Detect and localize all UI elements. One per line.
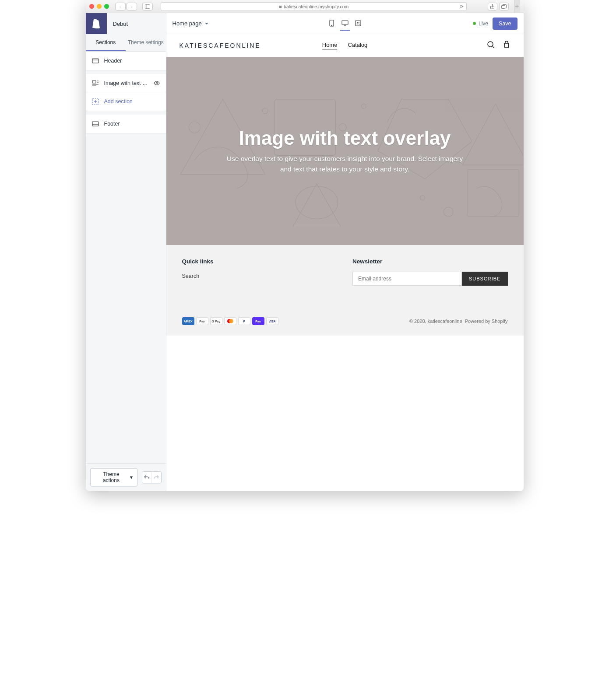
subscribe-button[interactable]: SUBSCRIBE <box>462 272 508 286</box>
svg-rect-19 <box>342 21 348 24</box>
theme-actions-label: Theme actions <box>95 471 128 483</box>
url-bar[interactable]: katiescafeonline.myshopify.com ⟳ <box>161 2 467 11</box>
close-window-icon[interactable] <box>89 4 94 9</box>
back-button[interactable]: ‹ <box>115 3 126 10</box>
redo-button[interactable] <box>151 472 161 483</box>
powered-by-link[interactable]: Powered by Shopify <box>465 318 508 324</box>
nav-catalog[interactable]: Catalog <box>348 42 367 49</box>
card-apple-pay-icon: Pay <box>196 317 208 325</box>
shopify-logo-icon[interactable] <box>86 13 107 34</box>
search-icon[interactable] <box>487 41 495 50</box>
hero-subtitle: Use overlay text to give your customers … <box>222 154 468 175</box>
nav-home[interactable]: Home <box>322 42 338 49</box>
undo-button[interactable] <box>142 472 151 483</box>
store-name[interactable]: KATIESCAFEONLINE <box>180 42 261 49</box>
reload-icon[interactable]: ⟳ <box>460 4 464 9</box>
store-nav: Home Catalog <box>322 42 368 49</box>
svg-point-11 <box>156 82 158 84</box>
card-mastercard-icon <box>224 317 236 325</box>
svg-point-36 <box>296 186 338 219</box>
sidebar-tabs: Sections Theme settings <box>86 34 166 52</box>
minimize-window-icon[interactable] <box>97 4 102 9</box>
svg-marker-37 <box>293 184 340 226</box>
section-footer-label: Footer <box>104 121 160 127</box>
svg-line-24 <box>493 46 494 48</box>
section-image-with-text[interactable]: Image with text ov... <box>86 74 166 92</box>
sidebar-toggle-icon[interactable] <box>142 3 153 10</box>
svg-point-35 <box>420 196 425 200</box>
svg-rect-15 <box>92 122 99 126</box>
editor-main: Home page Live Save KATIESCAFEONLINE <box>166 13 524 491</box>
section-footer[interactable]: Footer <box>86 115 166 133</box>
theme-actions-button[interactable]: Theme actions ▾ <box>90 468 138 486</box>
svg-point-18 <box>331 25 332 25</box>
svg-point-33 <box>361 104 366 108</box>
fullscreen-view-button[interactable] <box>353 17 363 31</box>
add-icon <box>92 98 99 105</box>
header-icon <box>92 57 99 64</box>
section-header[interactable]: Header <box>86 52 166 70</box>
quick-links-column: Quick links Search <box>182 258 214 286</box>
store-header: KATIESCAFEONLINE Home Catalog <box>166 34 524 57</box>
svg-rect-22 <box>356 21 361 26</box>
brand-bar: Debut <box>86 13 166 34</box>
url-text: katiescafeonline.myshopify.com <box>284 4 349 9</box>
chevron-down-icon <box>204 21 209 26</box>
save-button[interactable]: Save <box>493 18 517 30</box>
section-image-with-text-label: Image with text ov... <box>104 80 148 86</box>
hero-placeholder-art <box>166 57 524 245</box>
eye-icon[interactable] <box>154 80 160 86</box>
card-visa-icon: VISA <box>266 317 278 325</box>
hero-section: Image with text overlay Use overlay text… <box>166 57 524 245</box>
browser-toolbar: ‹ › katiescafeonline.myshopify.com ⟳ + <box>86 0 524 13</box>
payment-cards: AMEX Pay G Pay P Pay VISA <box>182 317 278 325</box>
editor-sidebar: Debut Sections Theme settings Header Ima… <box>86 13 166 491</box>
page-selector[interactable]: Home page <box>172 20 209 27</box>
live-status: Live <box>473 21 488 27</box>
email-field[interactable] <box>352 272 462 286</box>
newsletter-column: Newsletter SUBSCRIBE <box>352 258 508 286</box>
tab-theme-settings[interactable]: Theme settings <box>126 34 166 51</box>
editor-topbar: Home page Live Save <box>166 13 524 34</box>
copyright-text: © 2020, katiescafeonline <box>409 318 462 324</box>
maximize-window-icon[interactable] <box>104 4 109 9</box>
new-tab-button[interactable]: + <box>514 0 520 13</box>
svg-marker-28 <box>462 104 524 165</box>
theme-name: Debut <box>107 21 128 27</box>
newsletter-title: Newsletter <box>352 258 508 265</box>
card-shop-pay-icon: Pay <box>252 317 264 325</box>
forward-button[interactable]: › <box>127 3 137 10</box>
store-footer-columns: Quick links Search Newsletter SUBSCRIBE <box>166 245 524 312</box>
page-selector-label: Home page <box>172 20 202 27</box>
cart-icon[interactable] <box>503 41 510 50</box>
add-section-button[interactable]: Add section <box>86 92 166 111</box>
theme-preview: KATIESCAFEONLINE Home Catalog <box>166 34 524 491</box>
tab-sections[interactable]: Sections <box>86 34 126 51</box>
svg-point-30 <box>189 122 200 133</box>
device-switcher <box>327 17 363 31</box>
svg-point-31 <box>262 108 268 114</box>
svg-point-23 <box>488 42 493 47</box>
hero-title: Image with text overlay <box>239 127 451 149</box>
card-google-pay-icon: G Pay <box>210 317 222 325</box>
lock-icon <box>278 4 282 8</box>
card-amex-icon: AMEX <box>182 317 194 325</box>
mobile-view-button[interactable] <box>327 17 337 31</box>
svg-point-34 <box>444 207 453 217</box>
share-icon[interactable] <box>488 3 497 10</box>
sidebar-footer: Theme actions ▾ <box>86 463 166 491</box>
desktop-view-button[interactable] <box>340 17 350 31</box>
svg-rect-4 <box>92 59 99 63</box>
quick-link-search[interactable]: Search <box>182 273 200 279</box>
store-footer-bottom: AMEX Pay G Pay P Pay VISA © 2020, katies… <box>166 312 524 336</box>
footer-icon <box>92 120 99 127</box>
section-header-label: Header <box>104 58 160 64</box>
window-controls <box>89 4 109 9</box>
svg-point-39 <box>229 319 233 323</box>
tabs-icon[interactable] <box>499 3 509 10</box>
quick-links-title: Quick links <box>182 258 214 265</box>
svg-rect-6 <box>92 80 96 83</box>
add-section-label: Add section <box>104 98 160 105</box>
svg-rect-29 <box>467 170 519 217</box>
svg-rect-0 <box>145 4 150 8</box>
